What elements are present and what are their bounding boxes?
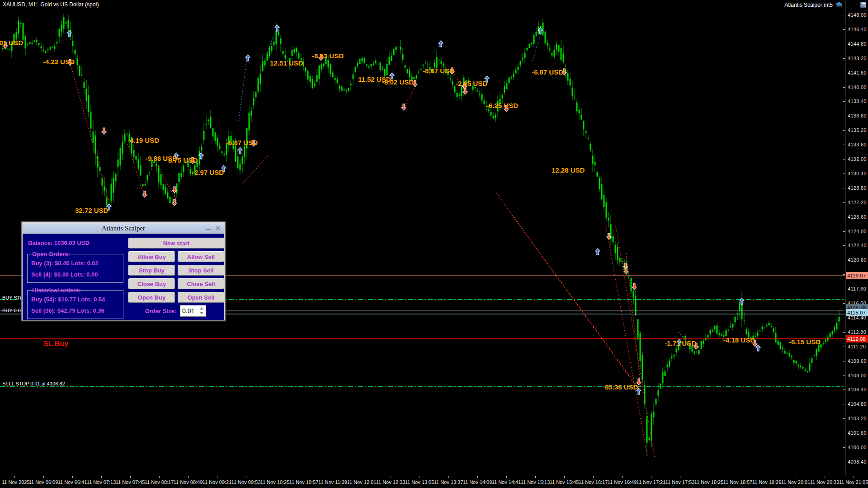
candle-body: [382, 69, 383, 70]
candle-body: [730, 326, 731, 327]
stepper-up-icon[interactable]: [198, 306, 205, 311]
time-axis-label: 11 Nov 15:13: [521, 479, 550, 485]
open-buy-button[interactable]: Open Buy: [128, 292, 175, 303]
time-axis-tick: [506, 476, 507, 478]
candle-body: [459, 94, 460, 95]
candle-body: [450, 78, 451, 79]
price-axis-tick: [843, 447, 845, 448]
price-axis-label: 4144.80: [848, 41, 867, 47]
candle-body: [278, 32, 279, 35]
candle-body: [38, 43, 40, 45]
stepper-down-icon[interactable]: [198, 311, 205, 316]
candle-body: [364, 58, 365, 62]
time-axis-tick: [275, 476, 275, 478]
minimize-icon[interactable]: [205, 223, 212, 233]
ea-title: Atlantis Scalper mt5: [784, 1, 843, 8]
candle-body: [796, 361, 797, 364]
price-axis-label: 4135.20: [848, 127, 867, 133]
panel-titlebar[interactable]: Atlantis Scalper: [23, 223, 224, 234]
candle-body: [511, 77, 512, 78]
candle-body: [787, 353, 788, 354]
price-axis-tick: [843, 202, 845, 203]
candle-body: [244, 146, 245, 157]
close-sell-button[interactable]: Close Sell: [178, 278, 224, 289]
order-size-stepper[interactable]: [198, 306, 205, 316]
candle-body: [393, 49, 395, 55]
price-axis-label: 4106.40: [848, 387, 867, 392]
stop-buy-button[interactable]: Stop Buy: [128, 265, 175, 276]
candle-body: [253, 98, 255, 105]
new-start-button[interactable]: New start: [128, 238, 224, 249]
time-axis-tick: [477, 476, 478, 478]
candle-body: [427, 64, 429, 64]
candle-body: [201, 147, 203, 151]
candle-body: [298, 53, 300, 58]
candle-body: [237, 157, 239, 168]
candle-body: [337, 80, 338, 84]
stop-sell-button[interactable]: Stop Sell: [178, 265, 224, 276]
price-axis-label: 4098.40: [848, 459, 867, 465]
candle-body: [739, 302, 741, 310]
candle-body: [283, 51, 284, 54]
candle-body: [617, 247, 618, 260]
price-axis-label: 4108.00: [848, 373, 867, 378]
candle-body: [834, 327, 835, 330]
candle-body: [800, 366, 802, 367]
candle-body: [18, 21, 19, 34]
profit-label: 12.51 USD: [270, 59, 303, 67]
candle-body: [183, 165, 184, 172]
candle-body: [217, 138, 218, 146]
time-axis-tick: [854, 476, 854, 478]
candle-body: [491, 112, 492, 116]
candle-body: [61, 24, 62, 32]
candle-body: [52, 47, 53, 47]
candle-body: [524, 53, 526, 59]
allow-sell-button[interactable]: Allow Sell: [178, 251, 224, 262]
candle-body: [111, 184, 112, 202]
price-axis-label: 4111.20: [848, 344, 866, 349]
order-size-input[interactable]: [181, 306, 198, 316]
candle-body: [366, 65, 368, 66]
close-buy-button[interactable]: Close Buy: [128, 278, 175, 289]
candle-body: [339, 86, 340, 89]
candle-body: [149, 173, 151, 173]
candle-body: [608, 218, 609, 220]
candle-body: [665, 371, 666, 376]
candle-body: [710, 330, 711, 334]
trade-line-sell: [626, 253, 641, 389]
allow-buy-button[interactable]: Allow Buy: [128, 251, 175, 262]
candle-body: [533, 35, 535, 44]
candle-body: [84, 82, 85, 88]
price-badge: 4119.07: [846, 272, 868, 279]
open-sell-button[interactable]: Open Sell: [178, 292, 224, 303]
candle-body: [99, 167, 101, 171]
candle-body: [529, 44, 530, 48]
candle-body: [160, 174, 162, 185]
ea-corner-icon[interactable]: [860, 1, 866, 9]
atlantis-scalper-panel: Atlantis Scalper Balance: 1036.03 USD Op…: [21, 221, 226, 321]
candle-body: [802, 367, 804, 369]
candle-body: [122, 142, 123, 155]
profit-label: -4.18 USD: [723, 336, 755, 344]
candle-body: [25, 36, 26, 48]
profit-label: 32.72 USD: [75, 206, 108, 214]
close-icon[interactable]: [214, 223, 222, 233]
candle-body: [258, 78, 259, 92]
time-axis-tick: [304, 476, 304, 478]
order-size-label: Order Size:: [131, 308, 176, 314]
candle-body: [45, 52, 47, 53]
candle-body: [825, 340, 826, 342]
price-axis-label: 4136.80: [848, 113, 867, 118]
candle-body: [310, 76, 311, 82]
balance-label: Balance: 1036.03 USD: [28, 239, 90, 246]
candle-body: [305, 67, 307, 71]
price-axis-tick: [843, 130, 845, 131]
panel-title: Atlantis Scalper: [102, 225, 145, 232]
candle-body: [357, 63, 359, 66]
candle-body: [726, 330, 727, 336]
time-axis-label: 11 Nov 11:29: [318, 479, 347, 485]
candle-body: [179, 173, 180, 182]
candle-body: [79, 66, 80, 75]
time-axis-tick: [72, 476, 73, 478]
candle-body: [640, 333, 641, 361]
